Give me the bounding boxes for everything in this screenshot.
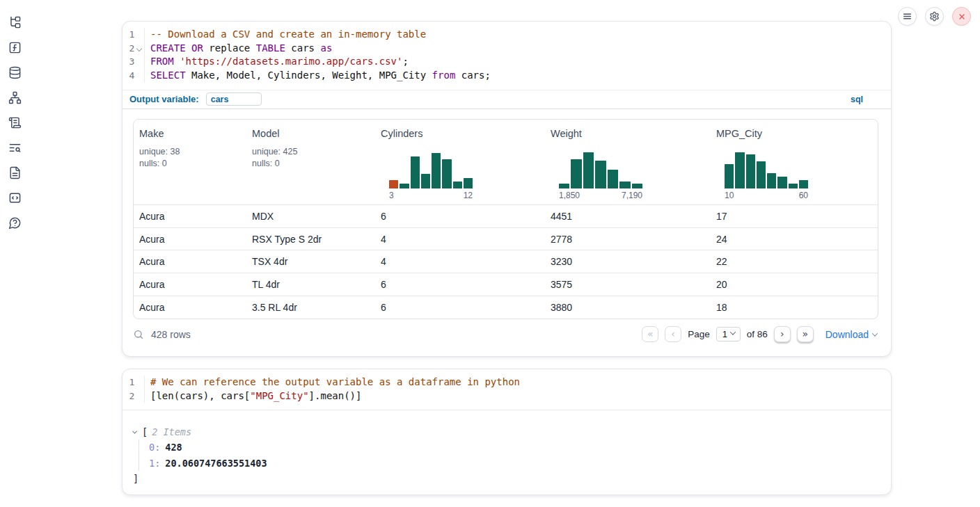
histogram-max-label: 12	[464, 191, 473, 200]
last-page-button[interactable]: »	[797, 326, 814, 342]
table-header: Makeunique: 38nulls: 0Modelunique: 425nu…	[134, 120, 878, 204]
histogram-bar	[725, 164, 734, 188]
sidebar-item-snippets[interactable]	[0, 185, 29, 210]
histogram-bar	[389, 180, 398, 188]
token-comment: # We can reference the output variable a…	[150, 376, 520, 387]
result-table: Makeunique: 38nulls: 0Modelunique: 425nu…	[133, 119, 878, 319]
table-cell: 18	[711, 296, 878, 319]
histogram-bar	[767, 173, 776, 188]
token-keyword: SELECT	[150, 70, 186, 81]
table-cell: 3575	[545, 273, 711, 296]
table-cell: TSX 4dr	[246, 250, 375, 273]
sidebar-item-scratchpad[interactable]	[0, 135, 29, 160]
sidebar-item-logs[interactable]	[0, 110, 29, 135]
left-sidebar	[0, 0, 29, 507]
sidebar-item-data-sources[interactable]	[0, 60, 29, 85]
column-header-model[interactable]: Modelunique: 425nulls: 0	[246, 120, 375, 204]
python-cell: 1# We can reference the output variable …	[122, 369, 892, 495]
code-line[interactable]: 2CREATE OR replace TABLE cars as	[122, 42, 891, 56]
histogram-bar	[746, 154, 755, 188]
line-gutter: 2	[122, 389, 145, 403]
table-row[interactable]: AcuraMDX6445117	[134, 204, 878, 227]
histogram-bars	[389, 150, 473, 188]
fold-spacer	[134, 28, 144, 42]
table-row[interactable]: AcuraRSX Type S 2dr4277824	[134, 227, 878, 250]
histogram-bar	[583, 152, 594, 188]
table-cell: 4451	[545, 205, 711, 227]
table-cell: MDX	[246, 205, 375, 227]
code-text: # We can reference the output variable a…	[145, 376, 520, 389]
column-stat: unique: 425	[252, 146, 371, 158]
token-plain: cars	[285, 42, 321, 54]
table-cell: 4	[375, 250, 545, 273]
download-label: Download	[825, 329, 869, 340]
column-header-cylinders[interactable]: Cylinders312	[375, 120, 545, 204]
chevron-down-icon	[730, 330, 736, 335]
histogram-axis-labels: 1,8507,190	[559, 191, 642, 200]
token-string: 'https://datasets.marimo.app/cars.csv'	[180, 56, 402, 67]
table-cell: 3.5 RL 4dr	[246, 296, 375, 319]
column-header-make[interactable]: Makeunique: 38nulls: 0	[134, 120, 246, 204]
table-row[interactable]: Acura3.5 RL 4dr6388018	[134, 296, 878, 319]
download-button[interactable]: Download	[825, 329, 877, 340]
first-page-button[interactable]: «	[642, 326, 658, 342]
settings-button[interactable]	[925, 7, 944, 26]
column-header-weight[interactable]: Weight1,8507,190	[545, 120, 711, 204]
table-row[interactable]: AcuraTSX 4dr4323022	[134, 250, 878, 273]
row-count: 428 rows	[151, 329, 191, 340]
prev-page-button[interactable]: ‹	[665, 326, 681, 342]
text-search-icon	[8, 141, 22, 154]
histogram-bar	[571, 159, 581, 188]
close-button[interactable]	[952, 7, 971, 26]
gear-icon	[929, 11, 940, 22]
column-stat: unique: 38	[139, 146, 242, 158]
code-text: -- Download a CSV and create an in-memor…	[145, 28, 426, 42]
tree-entry-key: 1:	[149, 458, 160, 469]
tree-entry-value: 20.060747663551403	[165, 458, 267, 469]
table-row[interactable]: AcuraTL 4dr6357520	[134, 273, 878, 296]
code-text: SELECT Make, Model, Cylinders, Weight, M…	[145, 69, 491, 83]
histogram-bar	[442, 159, 451, 188]
histogram-bar	[608, 170, 618, 188]
line-number: 4	[122, 69, 134, 83]
histogram-bar	[799, 180, 808, 188]
table-cell: Acura	[134, 205, 246, 227]
fold-chevron-icon[interactable]	[134, 42, 144, 56]
code-line[interactable]: 2[len(cars), cars["MPG_City"].mean()]	[122, 389, 891, 403]
tree-collapse-toggle[interactable]	[133, 430, 142, 434]
line-gutter: 1	[122, 376, 145, 389]
column-name: MPG_City	[716, 128, 876, 139]
sidebar-item-documentation[interactable]	[0, 160, 29, 185]
histogram-bar	[432, 153, 441, 188]
column-header-mpg_city[interactable]: MPG_City1060	[711, 120, 878, 204]
histogram-max-label: 7,190	[622, 191, 642, 200]
page-select[interactable]: 1	[716, 327, 741, 341]
sidebar-item-help[interactable]	[0, 210, 29, 235]
sql-code-editor[interactable]: 1-- Download a CSV and create an in-memo…	[122, 22, 891, 90]
table-cell: Acura	[134, 296, 246, 319]
code-line[interactable]: 1# We can reference the output variable …	[122, 376, 891, 389]
line-number: 1	[122, 376, 134, 389]
table-cell: 20	[711, 273, 878, 296]
sidebar-item-variables[interactable]	[0, 35, 29, 60]
histogram-min-label: 3	[389, 191, 394, 200]
code-line[interactable]: 1-- Download a CSV and create an in-memo…	[122, 28, 891, 42]
sidebar-item-dependency-graph[interactable]	[0, 85, 29, 110]
page-label: Page	[688, 329, 710, 339]
fold-spacer	[134, 55, 144, 69]
search-icon	[133, 329, 144, 340]
histogram-min-label: 1,850	[559, 191, 580, 200]
table-cell: 24	[711, 228, 878, 250]
line-number: 1	[122, 28, 134, 42]
python-code-editor[interactable]: 1# We can reference the output variable …	[122, 369, 891, 410]
sidebar-item-file-explorer[interactable]	[0, 10, 29, 35]
output-variable-input[interactable]	[206, 92, 262, 106]
column-stats: unique: 425nulls: 0	[252, 146, 371, 170]
search-button[interactable]	[133, 329, 144, 340]
token-plain: ;	[402, 56, 408, 67]
code-line[interactable]: 4SELECT Make, Model, Cylinders, Weight, …	[122, 69, 891, 83]
code-line[interactable]: 3FROM 'https://datasets.marimo.app/cars.…	[122, 55, 891, 69]
menu-button[interactable]	[898, 7, 917, 26]
column-name: Weight	[551, 128, 706, 139]
next-page-button[interactable]: ›	[774, 326, 791, 342]
